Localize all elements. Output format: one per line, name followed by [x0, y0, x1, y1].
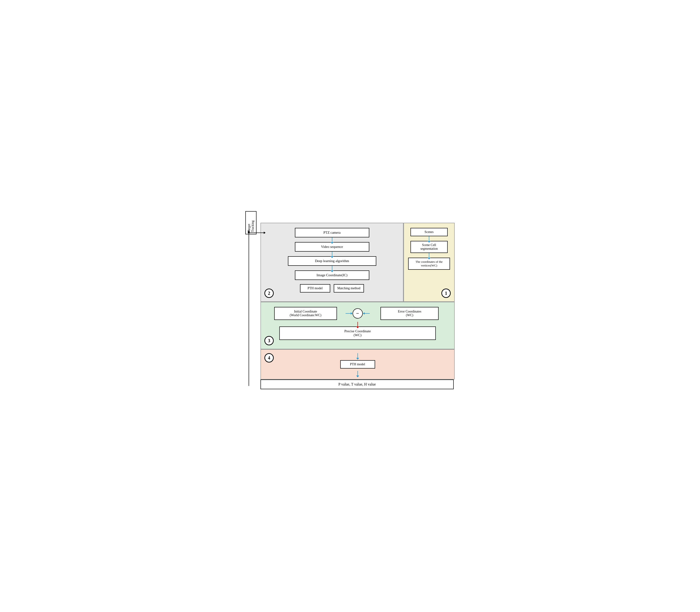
arrow-ic-to-minus: [346, 312, 353, 315]
target-tracking-box: Target Tracking: [245, 211, 257, 234]
section-3: Initial Coordinate (World Coordinate:WC)…: [260, 302, 455, 349]
arrow-head: [264, 232, 265, 234]
circle-minus: −: [353, 308, 363, 319]
arrow-pth-to-values: [357, 371, 358, 376]
target-tracking-container: Target Tracking: [245, 140, 257, 306]
precise-coordinate-box: Precise Coordinate (WC): [279, 326, 436, 340]
arrow-video-to-dl: [332, 252, 332, 256]
pth-model-col: PTH model: [300, 284, 330, 293]
section-4-area: PTH model 4 P value, T value, H value: [260, 349, 455, 389]
section-4-label: 4: [264, 353, 274, 362]
error-coord-col: Error Coordinates (WC): [370, 307, 450, 320]
main-content: PTZ camera Video sequence Deep learning …: [260, 223, 455, 389]
precise-coord-row: Precise Coordinate (WC): [265, 326, 450, 340]
arrow-line: [365, 313, 370, 314]
arrow-dl-to-ic: [332, 266, 332, 270]
section-3-label: 3: [264, 336, 274, 345]
initial-coord-col: Initial Coordinate (World Coordinate:WC): [265, 307, 346, 320]
arrow-ptz-to-video: [332, 237, 332, 242]
section-2: PTZ camera Video sequence Deep learning …: [260, 223, 403, 302]
pth-model-s2-box: PTH model: [300, 284, 330, 293]
matching-method-col: Matching method: [334, 284, 364, 293]
pth-model-s4-box: PTH model: [340, 360, 375, 368]
arrow-head: [363, 312, 365, 315]
scenes-box: Scenes: [410, 228, 448, 236]
error-coordinates-box: Error Coordinates (WC): [381, 307, 439, 320]
s3-top-row: Initial Coordinate (World Coordinate:WC)…: [265, 307, 450, 320]
section-2-label: 2: [264, 289, 274, 298]
arrow-head: [351, 312, 353, 315]
matching-method-box: Matching method: [334, 284, 364, 293]
arrow-line: [250, 233, 264, 233]
section-1-label: 1: [441, 289, 451, 298]
top-section: PTZ camera Video sequence Deep learning …: [260, 223, 455, 302]
ptz-camera-box: PTZ camera: [295, 228, 369, 237]
arrow-scenes-to-seg: [429, 236, 429, 241]
section-4: PTH model 4: [260, 349, 455, 379]
left-arrow-to-ptz: [250, 232, 265, 234]
initial-coordinate-box: Initial Coordinate (World Coordinate:WC): [274, 307, 337, 320]
ptz-row: PTZ camera: [265, 228, 398, 237]
red-arrow: [357, 322, 358, 326]
arrow-line: [346, 313, 351, 314]
arrow-error-to-minus: [363, 312, 370, 315]
arrow-seg-to-coords: [429, 253, 429, 258]
bottom-row-section2: PTH model Matching method: [265, 284, 398, 293]
section-1: Scenes Scene Cell segmentation The coord…: [403, 223, 455, 302]
red-arrow-wrapper: [357, 322, 358, 326]
p-t-h-value-box: P value, T value, H value: [260, 379, 454, 389]
diagram-wrapper: Target Tracking PTZ camera Video sequenc…: [245, 223, 455, 389]
red-arrow-row: [265, 322, 450, 326]
arrow-precise-to-pth: [357, 353, 358, 358]
